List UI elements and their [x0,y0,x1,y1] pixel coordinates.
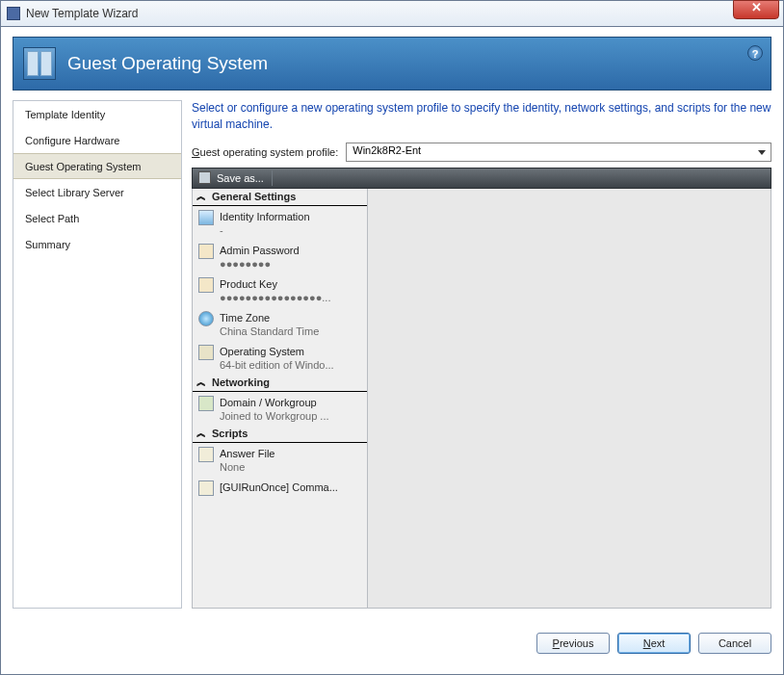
tree-item-sub: ●●●●●●●●●●●●●●●●... [220,291,330,304]
tree-item-admin-password[interactable]: Admin Password●●●●●●●● [193,240,367,273]
detail-pane [368,189,771,608]
tree-item-sub: China Standard Time [220,325,319,338]
previous-button[interactable]: Previous [536,633,610,654]
globe-icon [198,311,214,326]
tree-item-product-key[interactable]: Product Key●●●●●●●●●●●●●●●●... [193,273,367,307]
tree-item-sub: None [220,460,274,474]
profile-row: Guest operating system profile: Win2k8R2… [192,143,771,162]
tree-item-label: Answer File [220,447,274,460]
tree-item-time-zone[interactable]: Time ZoneChina Standard Time [193,307,367,341]
sidebar-item-label: Guest Operating System [25,161,141,172]
tree-item-label: Admin Password [220,244,300,257]
window-body: Guest Operating System ? Template Identi… [0,27,784,675]
chevron-up-icon: ︽ [196,377,206,387]
tree-item-sub: Joined to Workgroup ... [220,409,329,423]
save-icon [198,171,211,184]
profile-label: Guest operating system profile: [192,146,338,158]
sidebar-item-configure-hardware[interactable]: Configure Hardware [13,127,181,153]
profile-select[interactable]: Win2k8R2-Ent [346,143,771,162]
network-icon [198,396,214,411]
tree-item-answer-file[interactable]: Answer FileNone [193,443,367,477]
group-label: General Settings [212,191,296,202]
wizard-steps-sidebar: Template Identity Configure Hardware Gue… [13,100,182,609]
tree-item-sub: - [220,223,310,237]
password-icon [198,244,214,259]
sidebar-item-guest-os[interactable]: Guest Operating System [13,153,181,179]
wizard-footer: Previous Next Cancel [13,626,771,661]
toolbar-separator [272,170,273,186]
profile-select-value: Win2k8R2-Ent [353,144,421,156]
chevron-up-icon: ︽ [196,428,206,438]
tree-item-label: Identity Information [220,210,310,223]
title-bar: New Template Wizard ✕ [0,0,784,27]
sidebar-item-select-library-server[interactable]: Select Library Server [13,179,181,205]
sidebar-item-label: Template Identity [25,109,105,120]
tree-item-operating-system[interactable]: Operating System64-bit edition of Windo.… [193,341,367,375]
wizard-header: Guest Operating System ? [13,37,771,91]
sidebar-item-label: Select Library Server [25,187,124,198]
key-icon [198,277,214,293]
save-as-button[interactable]: Save as... [217,172,264,184]
sidebar-item-select-path[interactable]: Select Path [13,205,181,231]
chevron-up-icon: ︽ [196,192,206,201]
magnifier-icon [198,345,214,360]
page-title: Guest Operating System [67,53,268,74]
tree-item-label: Time Zone [220,311,319,325]
help-icon[interactable]: ? [747,45,763,61]
tree-item-label: [GUIRunOnce] Comma... [220,480,338,494]
wizard-header-icon [23,47,56,80]
tree-item-sub: 64-bit edition of Windo... [220,358,334,372]
file-icon [198,480,214,496]
group-networking[interactable]: ︽ Networking [193,375,367,392]
tree-item-label: Operating System [220,345,334,358]
tree-item-label: Domain / Workgroup [220,396,329,409]
app-icon [7,7,20,20]
group-general-settings[interactable]: ︽ General Settings [193,189,367,206]
tree-item-domain-workgroup[interactable]: Domain / WorkgroupJoined to Workgroup ..… [193,392,367,426]
file-icon [198,447,214,462]
group-label: Networking [212,376,270,388]
sidebar-item-label: Select Path [25,213,79,224]
window-title: New Template Wizard [26,7,733,20]
tree-item-guirunonce[interactable]: [GUIRunOnce] Comma... [193,477,367,499]
settings-toolbar: Save as... [192,168,771,189]
next-button[interactable]: Next [617,633,691,654]
close-button[interactable]: ✕ [733,0,779,19]
sidebar-item-summary[interactable]: Summary [13,231,181,257]
main-panel: Select or configure a new operating syst… [192,100,771,609]
tree-item-identity[interactable]: Identity Information- [193,206,367,240]
settings-tree: ︽ General Settings Identity Information-… [193,189,368,608]
tree-item-label: Product Key [220,277,330,291]
group-label: Scripts [212,428,248,439]
tree-item-sub: ●●●●●●●● [220,257,300,271]
cancel-button[interactable]: Cancel [698,633,771,654]
group-scripts[interactable]: ︽ Scripts [193,426,367,443]
sidebar-item-template-identity[interactable]: Template Identity [13,101,181,127]
sidebar-item-label: Configure Hardware [25,135,119,146]
sidebar-item-label: Summary [25,239,70,250]
tag-icon [198,210,214,225]
intro-text: Select or configure a new operating syst… [192,100,771,133]
